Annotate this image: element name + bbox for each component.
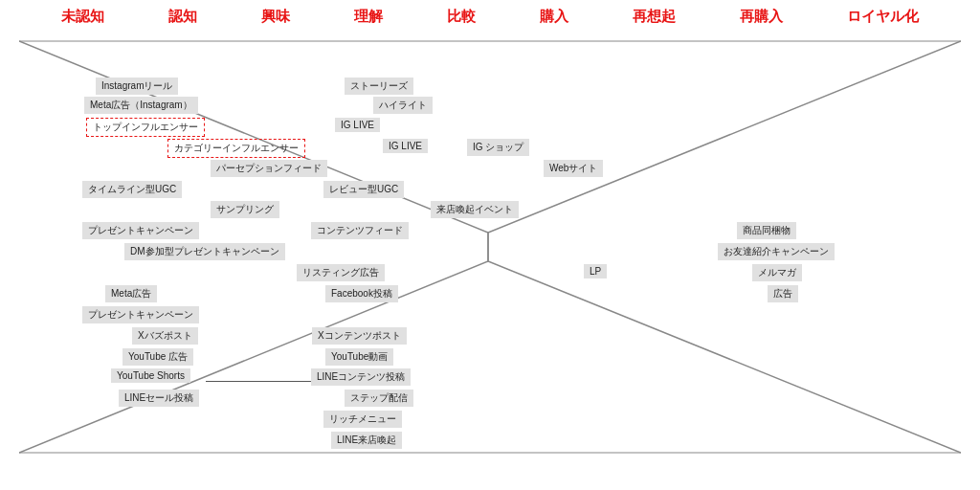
- present-campaign-2: プレゼントキャンペーン: [82, 306, 199, 323]
- youtube-shorts: YouTube Shorts: [111, 368, 190, 383]
- instagram-reel: Instagramリール: [96, 78, 178, 95]
- dm-present-campaign: DM参加型プレゼントキャンペーン: [124, 243, 285, 260]
- x-content-post: Xコンテンツポスト: [312, 327, 407, 345]
- stage-comparison: 比較: [447, 8, 476, 26]
- line-content-post: LINEコンテンツ投稿: [311, 368, 411, 386]
- x-buzz-post: Xバズポスト: [132, 327, 198, 345]
- youtube-ad: YouTube 広告: [122, 348, 193, 366]
- stage-loyalty: ロイヤル化: [847, 8, 919, 26]
- timeline-ugc: タイムライン型UGC: [82, 181, 182, 198]
- friend-intro: お友達紹介キャンペーン: [718, 243, 835, 260]
- category-influencer: カテゴリーインフルエンサー: [167, 139, 305, 158]
- stage-purchase: 購入: [540, 8, 568, 26]
- facebook-post: Facebook投稿: [325, 285, 398, 302]
- content-feed: コンテンツフィード: [311, 222, 409, 239]
- review-ugc: レビュー型UGC: [323, 181, 404, 198]
- line-store-event: LINE来店喚起: [331, 432, 402, 449]
- listing-ad: リスティング広告: [297, 264, 385, 281]
- stage-recognition: 認知: [168, 8, 197, 26]
- product-gift: 商品同梱物: [737, 222, 796, 239]
- line-sale-post: LINEセール投稿: [119, 390, 199, 407]
- stage-repurchase: 再購入: [740, 8, 783, 26]
- mailmag: メルマガ: [752, 264, 802, 281]
- meta-ad-instagram: Meta広告（Instagram）: [84, 97, 198, 114]
- funnel-diagram: InstagramリールストーリーズMeta広告（Instagram）ハイライト…: [19, 32, 961, 462]
- stage-awareness: 未認知: [61, 8, 104, 26]
- website: Webサイト: [544, 160, 603, 177]
- perception-feed: パーセプションフィード: [211, 160, 327, 177]
- ig-shop: IG ショップ: [467, 139, 529, 156]
- highlight: ハイライト: [373, 97, 433, 114]
- lp: LP: [584, 264, 607, 278]
- stage-header: 未認知 認知 興味 理解 比較 購入 再想起 再購入 ロイヤル化: [0, 0, 980, 32]
- connector-line: [206, 381, 311, 382]
- meta-ad: Meta広告: [105, 285, 157, 302]
- stage-interest: 興味: [261, 8, 290, 26]
- stories: ストーリーズ: [345, 78, 413, 95]
- youtube-movie: YouTube動画: [325, 348, 393, 366]
- sampling: サンプリング: [211, 201, 279, 218]
- ig-live-2: IG LIVE: [383, 139, 428, 153]
- stage-re-awareness: 再想起: [633, 8, 676, 26]
- top-influencer: トップインフルエンサー: [86, 118, 205, 137]
- ad: 広告: [768, 285, 798, 302]
- rich-menu: リッチメニュー: [323, 411, 402, 428]
- stage-understanding: 理解: [354, 8, 383, 26]
- present-campaign-1: プレゼントキャンペーン: [82, 222, 199, 239]
- ig-live-1: IG LIVE: [335, 118, 380, 132]
- step-delivery: ステップ配信: [345, 390, 413, 407]
- store-event: 来店喚起イベント: [431, 201, 519, 218]
